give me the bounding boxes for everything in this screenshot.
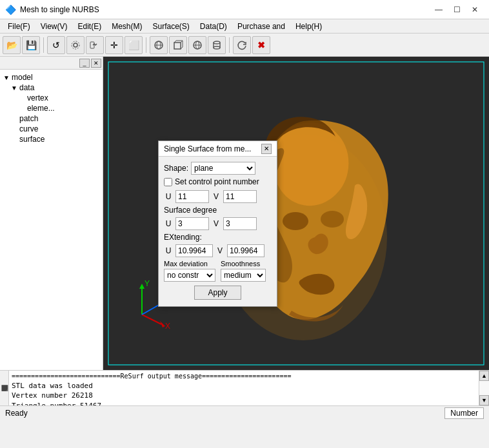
number-display: Number xyxy=(444,407,484,419)
menu-mesh[interactable]: Mesh(M) xyxy=(106,21,147,32)
dialog-titlebar: Single Surface from me... ✕ xyxy=(159,141,277,157)
tb-move[interactable]: ✛ xyxy=(105,36,123,54)
v-degree-label: V xyxy=(212,219,221,228)
tree-item-patch[interactable]: patch xyxy=(0,113,103,124)
tree-label-model: model xyxy=(12,73,33,82)
tb-rotate[interactable] xyxy=(233,36,251,54)
dialog-title: Single Surface from me... xyxy=(164,144,251,153)
output-line-2: Triangle number 51467 xyxy=(12,401,476,405)
expander-data[interactable]: ▼ xyxy=(10,84,18,92)
tb-close-x[interactable]: ✖ xyxy=(252,36,270,54)
menu-surface[interactable]: Surface(S) xyxy=(148,21,195,32)
tree-label-curve: curve xyxy=(19,124,38,133)
extending-label: EXtending: xyxy=(164,233,272,242)
uv-cp-row: U 11 V 11 xyxy=(164,190,272,203)
tree-label-surface: surface xyxy=(19,135,45,144)
u-ext-label: U xyxy=(164,246,173,255)
set-control-point-checkbox[interactable] xyxy=(164,178,172,186)
apply-button[interactable]: Apply xyxy=(194,286,241,300)
v-cp-input[interactable]: 11 xyxy=(223,190,257,203)
svg-rect-2 xyxy=(90,42,94,48)
tb-open[interactable]: 📂 xyxy=(3,36,21,54)
surface-degree-label: Surface degree xyxy=(164,206,272,215)
tb-save[interactable]: 💾 xyxy=(22,36,40,54)
svg-point-1 xyxy=(72,41,79,49)
tree-item-data[interactable]: ▼ data xyxy=(0,83,103,93)
toolbar: 📂 💾 ↺ ✛ ⬜ ✖ xyxy=(0,34,489,57)
tree-item-model[interactable]: ▼ model xyxy=(0,72,103,83)
svg-point-22 xyxy=(283,212,308,230)
minimize-button[interactable]: — xyxy=(430,3,448,17)
title-controls: — ☐ ✕ xyxy=(430,3,484,17)
tb-sep-3 xyxy=(229,37,230,53)
v-degree-input[interactable]: 3 xyxy=(223,217,257,230)
tb-select[interactable]: ⬜ xyxy=(125,36,143,54)
tb-cylinder[interactable] xyxy=(208,36,226,54)
v-ext-input[interactable]: 10.9964 xyxy=(227,244,264,257)
tree-item-surface[interactable]: surface xyxy=(0,134,103,144)
deviation-smoothness-row: Max deviation no constr 0.001 0.01 Smoot… xyxy=(164,260,272,282)
shape-label: Shape: xyxy=(164,164,188,173)
panel-header: _ ✕ xyxy=(0,57,103,70)
title-bar: 🔷 Mesh to single NURBS — ☐ ✕ xyxy=(0,0,489,19)
tree-view: ▼ model ▼ data vertex eleme... patch xyxy=(0,70,103,147)
menu-bar: File(F) View(V) Edit(E) Mesh(M) Surface(… xyxy=(0,19,489,34)
expander-surface xyxy=(10,136,18,143)
left-panel: _ ✕ ▼ model ▼ data vertex eleme... xyxy=(0,57,103,370)
output-header: ============================ReSurf outpu… xyxy=(12,372,476,381)
smoothness-select[interactable]: low medium high xyxy=(221,269,266,282)
menu-file[interactable]: File(F) xyxy=(3,21,35,32)
u-cp-input[interactable]: 11 xyxy=(175,190,209,203)
tb-link[interactable] xyxy=(86,36,104,54)
scroll-down-arrow[interactable]: ▼ xyxy=(479,395,489,405)
svg-point-23 xyxy=(321,211,344,228)
tree-label-patch: patch xyxy=(19,114,38,123)
menu-data[interactable]: Data(D) xyxy=(195,21,232,32)
svg-text:X: X xyxy=(165,322,170,331)
tb-settings[interactable] xyxy=(66,36,85,54)
set-control-point-row: Set control point number xyxy=(164,177,272,186)
svg-rect-6 xyxy=(174,43,181,49)
scroll-track[interactable] xyxy=(479,381,489,395)
tree-item-curve[interactable]: curve xyxy=(0,124,103,134)
panel-close-button[interactable]: ✕ xyxy=(91,59,101,68)
uv-degree-row: U 3 V 3 xyxy=(164,217,272,230)
scroll-up-arrow[interactable]: ▲ xyxy=(479,371,489,381)
output-line-0: STL data was loaded xyxy=(12,381,476,391)
output-panel: ⬛ ============================ReSurf out… xyxy=(0,370,489,405)
tree-item-vertex[interactable]: vertex xyxy=(0,93,103,103)
app-icon: 🔷 xyxy=(5,5,16,15)
output-scrollbar[interactable]: ▲ ▼ xyxy=(479,371,489,405)
panel-pin-button[interactable]: _ xyxy=(79,59,90,68)
tree-label-vertex: vertex xyxy=(27,93,48,102)
u-degree-input[interactable]: 3 xyxy=(175,217,209,230)
shape-select[interactable]: plane sphere cylinder xyxy=(191,162,255,175)
output-text-area: ============================ReSurf outpu… xyxy=(9,371,479,405)
expander-vertex xyxy=(18,95,26,102)
menu-purchase[interactable]: Purchase and xyxy=(232,21,290,32)
tree-item-elements[interactable]: eleme... xyxy=(0,103,103,113)
viewport[interactable]: Y X Z Single Surface from me... ✕ Shape: xyxy=(103,57,489,370)
tb-undo[interactable]: ↺ xyxy=(47,36,65,54)
tb-box[interactable] xyxy=(169,36,187,54)
expander-model[interactable]: ▼ xyxy=(3,74,10,81)
maximize-button[interactable]: ☐ xyxy=(448,3,466,17)
tb-globe[interactable] xyxy=(188,36,206,54)
output-label: ⬛ xyxy=(0,371,9,405)
menu-edit[interactable]: Edit(E) xyxy=(72,21,106,32)
u-ext-input[interactable]: 10.9964 xyxy=(175,244,213,257)
dialog-close-button[interactable]: ✕ xyxy=(261,144,272,154)
tb-sep-2 xyxy=(146,37,146,53)
menu-help[interactable]: Help(H) xyxy=(290,21,327,32)
expander-elements xyxy=(18,105,26,112)
expander-curve xyxy=(10,126,18,133)
uv-ext-row: U 10.9964 V 10.9964 xyxy=(164,244,272,257)
smoothness-label: Smoothness xyxy=(221,260,266,268)
svg-point-16 xyxy=(214,46,220,49)
max-deviation-select[interactable]: no constr 0.001 0.01 xyxy=(164,269,215,282)
menu-view[interactable]: View(V) xyxy=(35,21,73,32)
expander-patch xyxy=(10,115,18,122)
tb-sep-1 xyxy=(43,37,44,53)
tb-sphere[interactable] xyxy=(150,36,168,54)
close-button[interactable]: ✕ xyxy=(466,3,484,17)
